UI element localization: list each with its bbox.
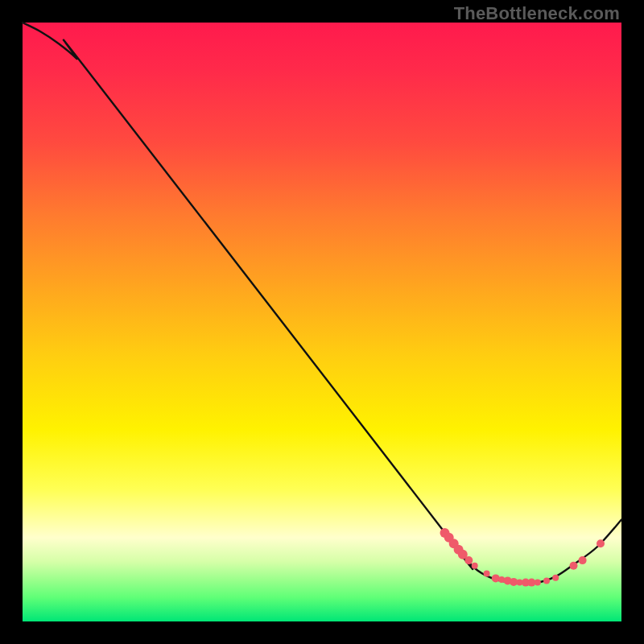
data-marker [552,575,559,581]
markers-group [440,528,605,587]
watermark-label: TheBottleneck.com [454,3,620,24]
data-marker [472,563,478,569]
data-marker [492,574,500,582]
data-marker [570,562,578,570]
data-marker [464,556,473,564]
plot-area [23,23,621,621]
chart-frame: TheBottleneck.com [0,0,644,644]
chart-svg [23,23,621,621]
data-marker [484,571,490,577]
data-marker [579,556,587,564]
data-marker [543,577,550,584]
data-marker [597,539,605,547]
bottleneck-curve [23,23,621,583]
data-marker [535,580,541,586]
